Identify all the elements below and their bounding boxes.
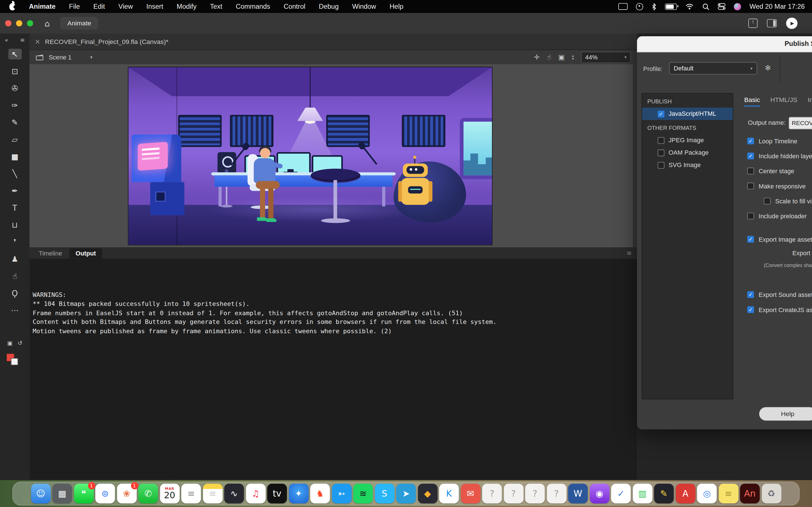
- checkbox[interactable]: [747, 306, 754, 313]
- keynote-icon[interactable]: ◆: [417, 484, 437, 503]
- stickies-icon[interactable]: ≡: [718, 484, 738, 503]
- screen-mirroring-icon[interactable]: [619, 3, 628, 10]
- skype-icon[interactable]: S: [375, 484, 395, 503]
- publish-option[interactable]: Make responsive: [747, 179, 812, 193]
- zoom-window-button[interactable]: [27, 20, 33, 26]
- placeholder-app-icon[interactable]: ?: [525, 484, 545, 503]
- things-icon[interactable]: ✓: [611, 484, 631, 503]
- close-document-icon[interactable]: ×: [35, 38, 40, 46]
- control-center-icon[interactable]: [718, 3, 726, 10]
- checkbox[interactable]: [747, 138, 754, 145]
- document-tab-title[interactable]: RECOVER_Final_Project_09.fla (Canvas)*: [45, 38, 168, 45]
- word-icon[interactable]: W: [568, 484, 588, 503]
- selection-tool[interactable]: ↖: [8, 49, 21, 60]
- publish-option[interactable]: Scale to fill visible area: [747, 193, 812, 209]
- dock-tile[interactable]: An: [740, 484, 760, 503]
- stage[interactable]: [128, 67, 493, 245]
- dock-tile[interactable]: ♫: [246, 484, 266, 503]
- dock-tile[interactable]: ?: [504, 484, 523, 503]
- zoom-select[interactable]: 44% ▾: [581, 52, 631, 63]
- dock-tile[interactable]: ▥: [633, 484, 652, 503]
- publish-tab[interactable]: HTML/JS: [770, 96, 797, 107]
- checkbox[interactable]: [747, 182, 754, 189]
- snap-to-objects-icon[interactable]: ↺: [18, 340, 22, 347]
- format-row[interactable]: JPEG Image: [642, 134, 733, 147]
- publish-tab[interactable]: Image Settings: [808, 96, 812, 107]
- dock-tile[interactable]: ⊚: [95, 484, 115, 503]
- apple-tv-icon[interactable]: tv: [267, 484, 287, 503]
- bluetooth-icon[interactable]: [652, 3, 657, 10]
- finder-icon[interactable]: ☺: [31, 484, 50, 503]
- checkbox[interactable]: [658, 162, 665, 168]
- eraser-tool[interactable]: ▱: [8, 134, 21, 145]
- reminders-icon[interactable]: ≡: [181, 484, 201, 503]
- output-name-field[interactable]: [789, 117, 812, 129]
- animate-icon[interactable]: An: [740, 484, 760, 503]
- checkbox[interactable]: [747, 168, 754, 174]
- stepper-down-icon[interactable]: ▾: [572, 57, 574, 60]
- test-movie-play-button[interactable]: ▶: [786, 17, 797, 29]
- dock-tile[interactable]: W: [568, 484, 588, 503]
- dock-tile[interactable]: K: [439, 484, 459, 503]
- checkbox[interactable]: [764, 198, 770, 205]
- canvas-scrollbar[interactable]: [633, 64, 637, 247]
- minimize-window-button[interactable]: [16, 20, 22, 26]
- publish-option[interactable]: Export Sound assets: [747, 287, 812, 302]
- placeholder-app-icon[interactable]: ?: [547, 484, 566, 503]
- format-row[interactable]: SVG Image: [642, 159, 733, 171]
- lasso-tool[interactable]: ✇: [8, 83, 21, 94]
- menubar-menu[interactable]: Commands: [236, 3, 270, 10]
- dock-tile[interactable]: tv: [267, 484, 287, 503]
- menubar-menu[interactable]: File: [69, 3, 80, 10]
- dock-tile[interactable]: ➤: [396, 484, 416, 503]
- workspace-layout-icon[interactable]: [767, 19, 777, 27]
- menubar-menu[interactable]: View: [118, 3, 133, 10]
- dock-tile[interactable]: ♞: [310, 484, 330, 503]
- publish-option[interactable]: Include preloader: [747, 209, 812, 223]
- shazam-icon[interactable]: ✦: [289, 484, 308, 503]
- placeholder-app-icon[interactable]: ?: [504, 484, 523, 503]
- publish-option[interactable]: Export Image assets: [747, 232, 812, 247]
- menubar-menu[interactable]: Edit: [93, 3, 105, 10]
- notes-icon[interactable]: ≡: [203, 484, 222, 503]
- twitter-icon[interactable]: ➳: [332, 484, 351, 503]
- spotify-icon[interactable]: ≋: [353, 484, 373, 503]
- numbers-icon[interactable]: ▥: [633, 484, 652, 503]
- home-icon[interactable]: ⌂: [45, 18, 50, 28]
- apple-logo-icon[interactable]: [9, 3, 15, 10]
- menubar-menu[interactable]: Text: [210, 3, 222, 10]
- tab-timeline[interactable]: Timeline: [33, 248, 68, 259]
- dock-tile[interactable]: ≋: [353, 484, 373, 503]
- center-stage-icon[interactable]: ✛: [534, 53, 540, 61]
- dock-tile[interactable]: A: [675, 484, 695, 503]
- text-tool[interactable]: T: [8, 202, 21, 213]
- tab-output[interactable]: Output: [69, 248, 102, 259]
- scene-chevron-icon[interactable]: ▾: [90, 55, 93, 60]
- calendar-icon[interactable]: MAR 20: [160, 484, 180, 503]
- dock-tile[interactable]: ✓: [611, 484, 631, 503]
- pen-tool[interactable]: ✒: [8, 185, 21, 196]
- checkbox[interactable]: [747, 236, 754, 243]
- find-my-icon[interactable]: ⊚: [95, 484, 115, 503]
- checkbox[interactable]: [658, 110, 665, 117]
- format-row[interactable]: OAM Package: [642, 147, 733, 159]
- spotlight-icon[interactable]: [702, 3, 710, 10]
- canvas-pasteboard[interactable]: [30, 64, 633, 247]
- dock-tile[interactable]: ?: [525, 484, 545, 503]
- publish-option[interactable]: Center stage: [747, 163, 812, 178]
- eyedropper-tool[interactable]: ❜: [8, 236, 21, 247]
- free-transform-tool[interactable]: ⊡: [8, 66, 21, 76]
- dock-tile[interactable]: ✦: [289, 484, 308, 503]
- checkbox[interactable]: [747, 291, 754, 298]
- collapse-panel-icon[interactable]: «: [5, 37, 8, 43]
- menubar-menu[interactable]: Modify: [177, 3, 197, 10]
- hand-tool[interactable]: ☝: [8, 271, 21, 282]
- scene-name[interactable]: Scene 1: [49, 54, 71, 61]
- dock-tile[interactable]: ?: [482, 484, 502, 503]
- mail-icon[interactable]: ✉: [461, 484, 480, 503]
- battery-icon[interactable]: [665, 3, 677, 10]
- stroke-color-swatch[interactable]: [11, 358, 18, 365]
- launchpad-icon[interactable]: ▦: [52, 484, 72, 503]
- music-icon[interactable]: ♫: [246, 484, 266, 503]
- share-icon[interactable]: ↑: [748, 18, 758, 28]
